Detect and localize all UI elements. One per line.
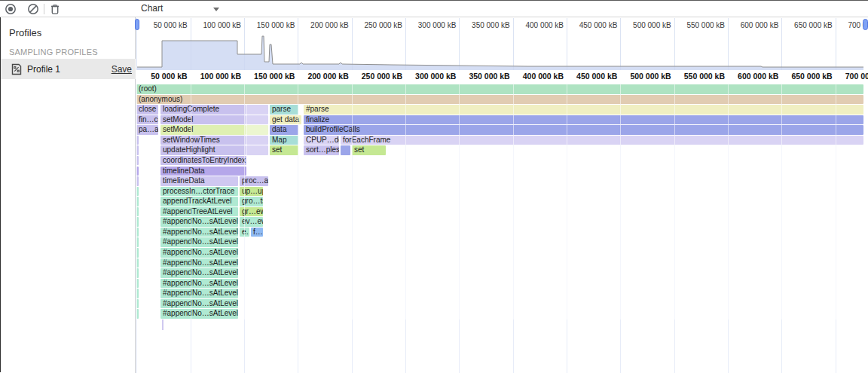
flame-segment[interactable]: #appendNo…sAtLevel — [160, 237, 238, 247]
flame-segment[interactable]: CPUP…del — [304, 136, 339, 145]
flame-segment[interactable]: #parse — [304, 105, 863, 115]
profiles-heading: Profiles — [9, 27, 41, 38]
sampling-profiles-section-label: SAMPLING PROFILES — [9, 47, 98, 57]
grid-line-overlay — [298, 84, 298, 319]
flame-segment[interactable]: close — [136, 105, 158, 115]
flame-segment[interactable]: #appendNo…sAtLevel — [160, 309, 238, 319]
trash-icon[interactable] — [49, 3, 61, 15]
flame-segment[interactable]: f… — [251, 228, 263, 237]
flame-segment[interactable]: buildProfileCalls — [304, 125, 863, 135]
profile-name: Profile 1 — [27, 64, 60, 75]
grid-line-overlay — [405, 84, 406, 319]
flame-segment-fragment[interactable] — [246, 105, 268, 115]
flame-ruler-label: 700 000 kB — [803, 72, 868, 81]
profiles-sidebar: Profiles SAMPLING PROFILES Profile 1 Sav… — [0, 17, 136, 373]
profile-view-select[interactable]: Chart — [141, 1, 225, 17]
flame-segment[interactable]: #appendNo…sAtLevel — [160, 279, 238, 289]
grid-line-overlay — [136, 84, 137, 319]
record-icon[interactable] — [5, 3, 17, 15]
flame-segment[interactable]: (anonymous) — [136, 95, 863, 105]
flame-segment-fragment[interactable] — [246, 115, 268, 125]
flame-segment[interactable]: timelineData — [160, 167, 246, 176]
flame-segment-fragment — [162, 319, 164, 330]
flame-segment[interactable]: forEachFrame — [341, 136, 863, 145]
grid-line-overlay — [728, 84, 729, 319]
flame-segment[interactable]: loadingComplete — [160, 105, 246, 115]
overview-axis-label: 700 000 kB — [803, 21, 868, 29]
flame-segment-fragment[interactable] — [341, 145, 350, 155]
grid-line-overlay — [836, 84, 836, 319]
profile-view-select-value: Chart — [141, 3, 163, 14]
overview-right-handle[interactable] — [863, 19, 868, 30]
flame-segment[interactable]: set — [352, 145, 386, 155]
overview-left-handle[interactable] — [135, 19, 139, 30]
grid-line-overlay — [781, 84, 782, 319]
flame-segment-fragment[interactable] — [246, 145, 268, 155]
flame-segment[interactable]: coordinatesToEntryIndex — [160, 156, 246, 166]
grid-line-overlay — [352, 84, 353, 319]
grid-line-overlay — [513, 84, 514, 319]
flame-segment[interactable]: get data — [270, 115, 301, 125]
window-left-border — [0, 17, 1, 372]
flame-segment[interactable]: fin…ce — [136, 115, 158, 125]
flame-segment[interactable]: appendTrackAtLevel — [160, 197, 238, 206]
flame-segment[interactable]: setModel — [160, 125, 246, 135]
flame-segment[interactable]: #appendTreeAtLevel — [160, 207, 238, 217]
flame-segment[interactable]: #appendNo…sAtLevel — [160, 228, 238, 237]
flame-segment[interactable]: sort…ples — [304, 145, 339, 155]
flame-segment[interactable]: #appendNo…sAtLevel — [160, 299, 238, 309]
flame-segment-fragment[interactable] — [246, 136, 268, 145]
flame-segment[interactable]: gr…ew — [240, 207, 263, 217]
flame-segment[interactable]: finalize — [304, 115, 863, 125]
flame-segment[interactable]: ev…ew — [240, 217, 263, 227]
flame-segment[interactable]: setModel — [160, 115, 246, 125]
grid-line-overlay — [674, 84, 675, 319]
flame-segment[interactable]: Map — [270, 136, 298, 145]
chevron-down-icon — [213, 8, 219, 11]
flame-segment[interactable]: set — [270, 145, 298, 155]
grid-line-overlay — [244, 84, 245, 319]
grid-line-overlay — [567, 84, 567, 319]
grid-line-overlay — [191, 84, 191, 319]
flame-segment[interactable]: up…up — [240, 187, 263, 197]
grid-line-overlay — [459, 84, 460, 319]
toolbar-divider — [44, 4, 44, 14]
flame-segment[interactable]: updateHighlight — [160, 145, 246, 155]
toolbar: Chart — [0, 1, 868, 17]
flame-segment-fragment[interactable] — [246, 125, 268, 135]
flame-segment[interactable]: #appendNo…sAtLevel — [160, 217, 238, 227]
flame-segment[interactable]: timelineData — [160, 176, 238, 186]
flame-segment[interactable]: #appendNo…sAtLevel — [160, 258, 238, 268]
flame-segment[interactable]: parse — [270, 105, 298, 115]
clear-icon[interactable] — [27, 3, 39, 15]
flame-segment[interactable]: data — [270, 125, 298, 135]
flame-segment[interactable]: setWindowTimes — [160, 136, 246, 145]
flame-segment[interactable]: gro…ts — [240, 197, 263, 206]
flame-segment[interactable]: (root) — [136, 84, 863, 94]
profiler-panel: Chart Profiles SAMPLING PROFILES Profile… — [0, 0, 868, 373]
flame-segment[interactable]: processIn…ctorTrace — [160, 187, 238, 197]
flame-segment[interactable]: #appendNo…sAtLevel — [160, 248, 238, 258]
flame-segment[interactable]: #appendNo…sAtLevel — [160, 268, 238, 278]
grid-line-overlay — [620, 84, 621, 319]
flame-segment[interactable]: #appendNo…sAtLevel — [160, 289, 238, 298]
flame-segment[interactable]: pa…at — [136, 125, 158, 135]
